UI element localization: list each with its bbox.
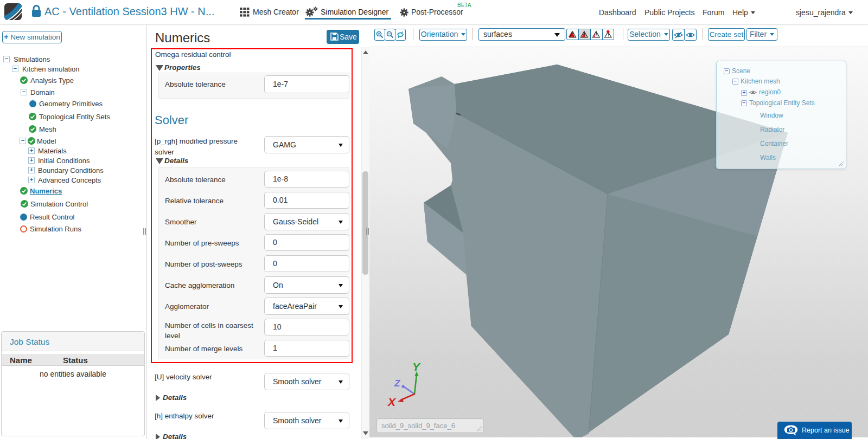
svg-text:Z: Z <box>394 378 400 389</box>
svg-text:X: X <box>387 396 397 408</box>
svg-text:Y: Y <box>412 360 421 373</box>
